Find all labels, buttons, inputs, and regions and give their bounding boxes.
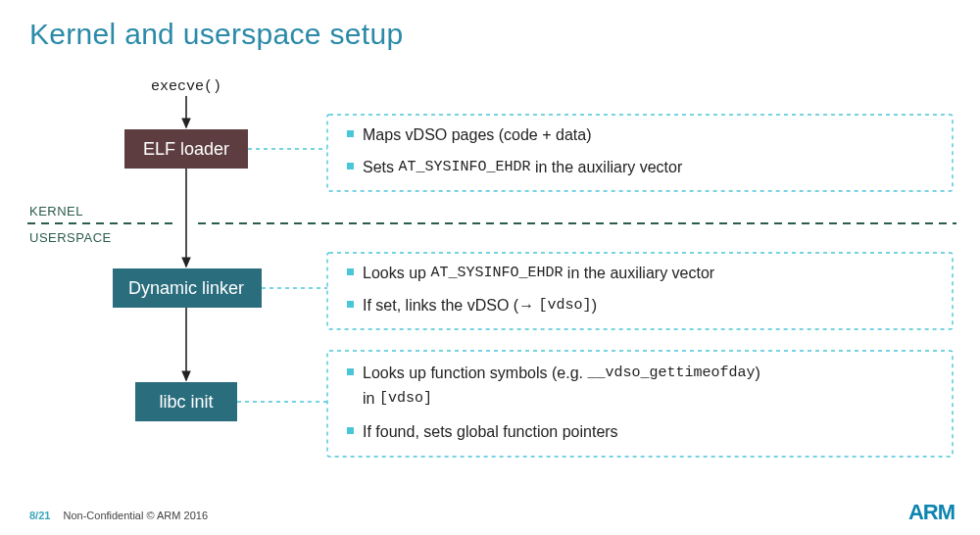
box-dynamic-linker-label: Dynamic linker [128, 278, 244, 298]
logo: ARM [908, 500, 955, 525]
panel-libc-item-1: If found, sets global function pointers [347, 423, 618, 440]
region-label-userspace: USERSPACE [29, 230, 112, 245]
svg-text:If found, sets global function: If found, sets global function pointers [363, 423, 618, 440]
entrypoint-label: execve() [151, 78, 221, 95]
bullet-icon [347, 130, 354, 137]
svg-text:Sets AT_SYSINFO_EHDR in the au: Sets AT_SYSINFO_EHDR in the auxiliary ve… [363, 159, 683, 175]
panel-elf-item-1: Sets AT_SYSINFO_EHDR in the auxiliary ve… [347, 159, 683, 175]
svg-text:Maps vDSO pages (code + data): Maps vDSO pages (code + data) [363, 126, 591, 143]
panel-linker-item-1: If set, links the vDSO (→ [vdso]) [347, 297, 597, 314]
box-libc-init-label: libc init [159, 392, 213, 412]
bullet-icon [347, 268, 354, 275]
region-label-kernel: KERNEL [29, 204, 83, 219]
bullet-icon [347, 301, 354, 308]
footer: 8/21 Non-Confidential © ARM 2016 [29, 510, 208, 521]
panel-linker-item-0: Looks up AT_SYSINFO_EHDR in the auxiliar… [347, 265, 715, 281]
panel-elf-item-0: Maps vDSO pages (code + data) [347, 126, 591, 143]
svg-text:in [vdso]: in [vdso] [363, 390, 432, 407]
svg-text:If set, links the vDSO (→ [vds: If set, links the vDSO (→ [vdso]) [363, 297, 597, 314]
bullet-icon [347, 368, 354, 375]
box-elf-loader-label: ELF loader [143, 139, 229, 159]
diagram: execve() ELF loader Maps vDSO pages (cod… [0, 0, 980, 535]
page-number: 8/21 [29, 510, 50, 521]
bullet-icon [347, 427, 354, 434]
svg-text:Looks up AT_SYSINFO_EHDR in th: Looks up AT_SYSINFO_EHDR in the auxiliar… [363, 265, 715, 281]
bullet-icon [347, 163, 354, 170]
panel-libc-item-0: Looks up function symbols (e.g. __vdso_g… [347, 365, 760, 407]
footer-text: Non-Confidential © ARM 2016 [63, 510, 208, 521]
svg-text:Looks up function symbols (e.g: Looks up function symbols (e.g. __vdso_g… [363, 365, 760, 381]
